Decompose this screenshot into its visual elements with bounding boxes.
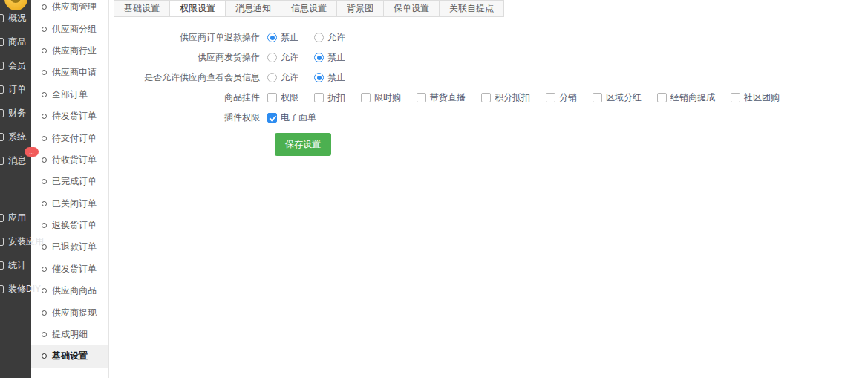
option-label: 禁止 — [281, 31, 298, 44]
option-label: 限时购 — [374, 91, 401, 104]
tab-权限设置[interactable]: 权限设置 — [169, 0, 226, 17]
option-label: 折扣 — [327, 91, 345, 104]
sidebar-item-decorate-diy[interactable]: 装修DIY — [0, 277, 31, 301]
submenu-item-label: 全部订单 — [52, 88, 88, 101]
radio-icon[interactable] — [314, 33, 324, 42]
sidebar-secondary-group: 应用安装应用统计装修DIY — [0, 206, 31, 301]
submenu-item[interactable]: 提成明细 — [31, 324, 108, 345]
radio-icon[interactable] — [267, 73, 277, 82]
refund-operation-option[interactable]: 禁止 — [267, 31, 298, 44]
submenu-item[interactable]: 基础设置 — [31, 345, 108, 367]
option-label: 禁止 — [327, 51, 345, 64]
goods-icon — [0, 38, 4, 46]
system-icon — [0, 133, 4, 141]
option-label: 电子面单 — [281, 111, 316, 124]
submenu-item[interactable]: 待支付订单 — [31, 127, 108, 149]
option-label: 分销 — [559, 91, 577, 104]
goods-widgets-option[interactable]: 限时购 — [361, 91, 401, 104]
form-row-view-member-info: 是否允许供应商查看会员信息允许禁止 — [110, 68, 868, 88]
goods-widgets-option[interactable]: 分销 — [546, 91, 577, 104]
sidebar-item-goods[interactable]: 商品 — [0, 30, 31, 53]
submenu-item[interactable]: 供应商商品 — [31, 280, 108, 302]
checkbox-icon[interactable] — [417, 93, 426, 102]
submenu-item-label: 提成明细 — [52, 328, 88, 341]
circle-bullet-icon — [42, 267, 47, 272]
tab-消息通知[interactable]: 消息通知 — [225, 0, 281, 17]
view-member-info-option[interactable]: 允许 — [267, 71, 298, 84]
save-settings-button[interactable]: 保存设置 — [275, 133, 331, 156]
install-apps-icon — [0, 238, 4, 246]
submenu-item[interactable]: 全部订单 — [31, 84, 108, 105]
circle-bullet-icon — [42, 48, 47, 53]
submenu-item[interactable]: 催发货订单 — [31, 258, 108, 280]
sidebar-item-system[interactable]: 系统 — [0, 125, 31, 149]
radio-icon[interactable] — [267, 53, 277, 62]
radio-icon[interactable] — [314, 73, 324, 82]
submenu-item[interactable]: 已完成订单 — [31, 171, 108, 192]
tab-保单设置[interactable]: 保单设置 — [383, 0, 440, 17]
submenu-item-label: 催发货订单 — [52, 263, 97, 276]
submenu-item[interactable]: 已关闭订单 — [31, 193, 108, 215]
settings-tabs: 基础设置权限设置消息通知信息设置背景图保单设置关联自提点 — [114, 0, 868, 17]
checkbox-icon[interactable] — [267, 113, 277, 123]
shipping-operation-option[interactable]: 允许 — [267, 51, 298, 64]
submenu-item[interactable]: 待发货订单 — [31, 105, 108, 127]
goods-widgets-option[interactable]: 区域分红 — [593, 91, 642, 104]
sidebar-item-label: 消息 — [8, 154, 26, 167]
checkbox-icon[interactable] — [481, 93, 491, 102]
sidebar-item-label: 装修DIY — [8, 283, 41, 296]
submenu-item[interactable]: 供应商提现 — [31, 302, 108, 323]
refund-operation-option[interactable]: 允许 — [314, 31, 345, 44]
submenu-item-label: 退换货订单 — [52, 219, 97, 232]
submenu-item[interactable]: 供应商分组 — [31, 18, 108, 39]
circle-bullet-icon — [42, 353, 47, 359]
goods-widgets-option[interactable]: 经销商提成 — [657, 91, 715, 104]
sidebar-item-order[interactable]: 订单 — [0, 77, 31, 101]
checkbox-icon[interactable] — [267, 93, 277, 102]
overview-icon — [0, 14, 4, 22]
sidebar-item-overview[interactable]: 概况 — [0, 6, 31, 30]
checkbox-icon[interactable] — [593, 93, 602, 102]
circle-bullet-icon — [42, 92, 47, 97]
submenu-item-label: 供应商分组 — [52, 23, 97, 36]
tab-关联自提点[interactable]: 关联自提点 — [439, 0, 504, 17]
shipping-operation-option[interactable]: 禁止 — [314, 51, 345, 64]
sidebar-item-message[interactable]: 消息… — [0, 149, 31, 172]
radio-icon[interactable] — [267, 33, 277, 42]
submenu-item[interactable]: 供应商行业 — [31, 40, 108, 62]
tab-背景图[interactable]: 背景图 — [336, 0, 384, 17]
checkbox-icon[interactable] — [314, 93, 324, 102]
checkbox-icon[interactable] — [731, 93, 740, 102]
sidebar-item-stats[interactable]: 统计 — [0, 253, 31, 277]
checkbox-icon[interactable] — [546, 93, 555, 102]
submenu-item-label: 供应商管理 — [52, 1, 97, 13]
checkbox-icon[interactable] — [657, 93, 667, 102]
sidebar-item-label: 会员 — [8, 59, 26, 72]
tab-信息设置[interactable]: 信息设置 — [281, 0, 337, 17]
tab-基础设置[interactable]: 基础设置 — [114, 0, 170, 17]
sidebar-item-apps[interactable]: 应用 — [0, 206, 31, 229]
goods-widgets-option[interactable]: 积分抵扣 — [481, 91, 530, 104]
goods-widgets-option[interactable]: 权限 — [267, 91, 298, 104]
submenu-item-label: 供应商商品 — [52, 284, 97, 297]
plugin-permissions-option[interactable]: 电子面单 — [267, 111, 316, 124]
submenu-item[interactable]: 退换货订单 — [31, 215, 108, 236]
submenu-item[interactable]: 供应商管理 — [31, 0, 108, 18]
goods-widgets-option[interactable]: 社区团购 — [731, 91, 780, 104]
checkbox-icon[interactable] — [361, 93, 371, 102]
circle-bullet-icon — [42, 179, 47, 184]
view-member-info-option[interactable]: 禁止 — [314, 71, 345, 84]
sidebar-item-member[interactable]: 会员 — [0, 53, 31, 77]
goods-widgets-option[interactable]: 折扣 — [314, 91, 345, 104]
stats-icon — [0, 261, 4, 270]
goods-widgets-option[interactable]: 带货直播 — [417, 91, 466, 104]
radio-icon[interactable] — [314, 53, 324, 62]
submenu-item[interactable]: 待收货订单 — [31, 149, 108, 171]
submenu-item[interactable]: 供应商申请 — [31, 62, 108, 83]
submenu-item-label: 供应商申请 — [52, 66, 97, 79]
sidebar-item-install-apps[interactable]: 安装应用 — [0, 229, 31, 253]
option-label: 积分抵扣 — [495, 91, 530, 104]
sidebar-item-finance[interactable]: 财务 — [0, 101, 31, 125]
order-icon — [0, 85, 4, 94]
permission-settings-form: 供应商订单退款操作禁止允许供应商发货操作允许禁止是否允许供应商查看会员信息允许禁… — [110, 27, 868, 156]
